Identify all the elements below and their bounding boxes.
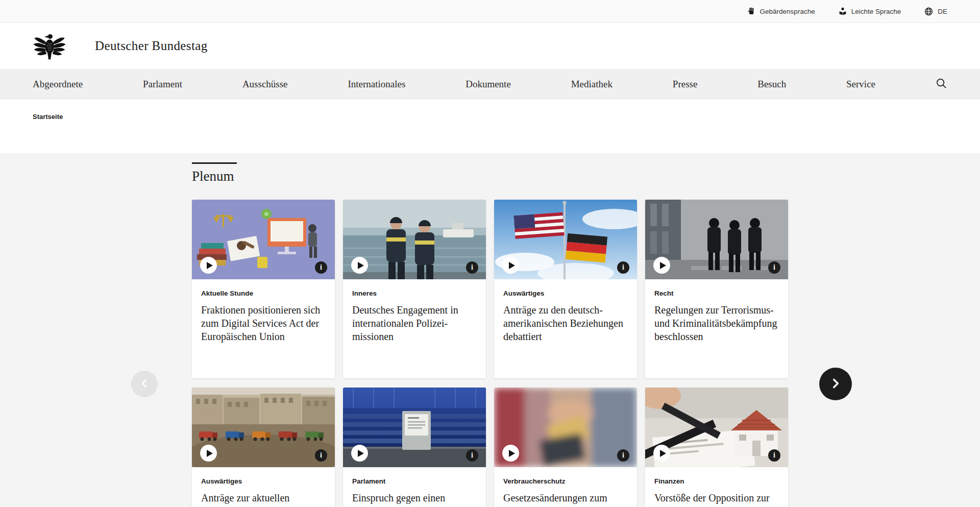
info-button[interactable]: i: [466, 261, 478, 274]
teaser-card[interactable]: i Inneres Deutsches Engagement in intern…: [343, 200, 486, 378]
info-button[interactable]: i: [617, 261, 629, 274]
card-image-consumer-payment: i: [494, 388, 637, 467]
info-button[interactable]: i: [315, 261, 327, 274]
card-title: Anträge zur aktuellen Situation im Sudan…: [201, 491, 326, 507]
card-title: Einspruch gegen einen Ordnungsruf zurück…: [352, 491, 477, 507]
language-switch[interactable]: DE: [924, 7, 947, 16]
card-title: Regelungen zur Terrorismus- und Kriminal…: [654, 303, 779, 343]
teaser-card[interactable]: i Verbraucherschutz Gesetzesänderungen z…: [494, 388, 637, 507]
card-category: Verbraucherschutz: [503, 477, 628, 485]
play-icon: [358, 262, 364, 269]
card-category: Inneres: [352, 289, 477, 297]
chevron-left-icon: [139, 378, 150, 391]
play-icon: [509, 262, 515, 269]
teaser-card[interactable]: i Auswärtiges Anträge zur aktuellen Situ…: [192, 388, 335, 507]
play-icon: [660, 450, 666, 457]
nav-item-internationales[interactable]: Internationales: [348, 79, 405, 90]
play-icon: [358, 450, 364, 457]
nav-item-abgeordnete[interactable]: Abgeordnete: [33, 79, 83, 90]
info-icon: i: [622, 263, 624, 272]
main-navigation: Abgeordnete Parlament Ausschüsse Interna…: [0, 69, 980, 100]
language-label: DE: [938, 8, 947, 15]
carousel-next-button[interactable]: [819, 368, 852, 400]
info-icon: i: [622, 451, 624, 460]
info-icon: i: [471, 263, 473, 272]
play-button[interactable]: [351, 257, 368, 274]
teaser-card[interactable]: i Auswärtiges Anträge zu den deutsch-ame…: [494, 200, 637, 378]
card-image-tactical-police: i: [645, 200, 788, 279]
info-button[interactable]: i: [617, 449, 629, 462]
card-image-us-german-flags: i: [494, 200, 637, 279]
card-category: Auswärtiges: [201, 477, 326, 485]
card-category: Finanzen: [654, 477, 779, 485]
card-title: Gesetzesänderungen zum Schutz von Verbra…: [503, 491, 628, 507]
plenum-section: Plenum: [0, 153, 980, 507]
search-icon: [936, 78, 947, 91]
search-button[interactable]: [936, 78, 947, 91]
teaser-card[interactable]: i Finanzen Vorstöße der Opposition zur h…: [645, 388, 788, 507]
breadcrumb: Startseite: [0, 100, 980, 153]
teaser-card[interactable]: i Parlament Einspruch gegen einen Ordnun…: [343, 388, 486, 507]
card-image-plenary-hall-document: i: [343, 388, 486, 467]
play-icon: [660, 262, 666, 269]
sign-language-label: Gebärdensprache: [760, 8, 815, 15]
utility-bar: Gebärdensprache Leichte Sprache DE: [0, 0, 980, 23]
info-icon: i: [471, 451, 473, 460]
play-button[interactable]: [653, 257, 670, 274]
nav-item-mediathek[interactable]: Mediathek: [571, 79, 612, 90]
info-icon: i: [773, 263, 775, 272]
globe-icon: [924, 7, 933, 16]
chevron-right-icon: [829, 377, 842, 392]
play-button[interactable]: [351, 445, 368, 462]
nav-item-parlament[interactable]: Parlament: [143, 79, 182, 90]
nav-item-besuch[interactable]: Besuch: [757, 79, 786, 90]
info-icon: i: [320, 263, 322, 272]
sign-language-icon: [747, 7, 755, 15]
play-icon: [207, 262, 213, 269]
teaser-card[interactable]: i Recht Regelungen zur Terrorismus- und …: [645, 200, 788, 378]
card-category: Parlament: [352, 477, 477, 485]
info-icon: i: [320, 451, 322, 460]
bundestag-eagle-logo[interactable]: [33, 29, 66, 63]
card-title: Anträge zu den deutsch-amerikanischen Be…: [503, 303, 628, 343]
teaser-card[interactable]: i Aktuelle Stunde Fraktionen positionier…: [192, 200, 335, 378]
site-header: Deutscher Bundestag: [0, 23, 980, 69]
card-title: Deutsches Engagement in internationalen …: [352, 303, 477, 343]
card-title: Vorstöße der Opposition zur höheren Erbs…: [654, 491, 779, 507]
nav-item-presse[interactable]: Presse: [673, 79, 698, 90]
card-category: Auswärtiges: [503, 289, 628, 297]
easy-language-icon: [839, 7, 847, 15]
play-icon: [509, 450, 515, 457]
easy-language-label: Leichte Sprache: [851, 8, 901, 15]
section-rule: [192, 162, 237, 164]
sign-language-link[interactable]: Gebärdensprache: [747, 7, 815, 15]
card-category: Recht: [654, 289, 779, 297]
play-button[interactable]: [502, 257, 519, 274]
nav-item-service[interactable]: Service: [846, 79, 875, 90]
play-icon: [207, 450, 213, 457]
card-title: Fraktionen positionieren sich zum Digita…: [201, 303, 326, 343]
easy-language-link[interactable]: Leichte Sprache: [839, 7, 901, 15]
site-title[interactable]: Deutscher Bundestag: [95, 39, 208, 53]
nav-item-ausschuesse[interactable]: Ausschüsse: [242, 79, 288, 90]
card-category: Aktuelle Stunde: [201, 289, 326, 297]
card-image-police-harbor: i: [343, 200, 486, 279]
info-button[interactable]: i: [768, 261, 780, 274]
play-button[interactable]: [200, 445, 217, 462]
breadcrumb-item-startseite[interactable]: Startseite: [33, 113, 63, 120]
card-image-construction-site: i: [192, 388, 335, 467]
play-button[interactable]: [200, 257, 217, 274]
card-image-model-house-ribbon: i: [645, 388, 788, 467]
info-button[interactable]: i: [315, 449, 327, 462]
card-image-digital-services-illustration: i: [192, 200, 335, 279]
play-button[interactable]: [502, 445, 519, 462]
teaser-grid: i Aktuelle Stunde Fraktionen positionier…: [192, 200, 788, 507]
info-button[interactable]: i: [768, 449, 780, 462]
info-button[interactable]: i: [466, 449, 478, 462]
nav-item-dokumente[interactable]: Dokumente: [465, 79, 511, 90]
info-icon: i: [773, 451, 775, 460]
carousel-previous-button[interactable]: [131, 371, 158, 397]
play-button[interactable]: [653, 445, 670, 462]
section-title: Plenum: [192, 168, 788, 184]
